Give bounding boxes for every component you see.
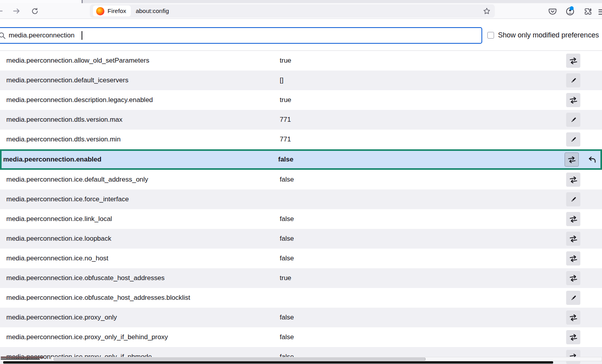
pref-name: media.peerconnection.dtls.version.max <box>6 116 280 124</box>
pref-name: media.peerconnection.description.legacy.… <box>6 96 280 104</box>
toggle-icon <box>569 235 578 243</box>
account-notification-dot <box>570 6 574 10</box>
pref-name: media.peerconnection.ice.obfuscate_host_… <box>6 294 280 302</box>
edit-icon <box>570 196 577 203</box>
browser-toolbar: Firefox about:config <box>0 3 602 19</box>
undo-icon <box>588 156 596 164</box>
pref-value: 771 <box>280 136 602 143</box>
url-bar[interactable]: Firefox about:config <box>90 4 495 18</box>
scrollbar-thumb[interactable] <box>54 358 425 360</box>
pref-name: media.peerconnection.ice.no_host <box>6 254 280 262</box>
pref-value: false <box>280 215 602 223</box>
pref-row[interactable]: media.peerconnection.ice.no_hostfalse <box>0 249 602 268</box>
pref-row-selected[interactable]: media.peerconnection.enabledfalse <box>0 149 602 170</box>
preferences-table: media.peerconnection.allow_old_setParame… <box>0 50 602 364</box>
pref-row[interactable]: media.peerconnection.ice.force_interface <box>0 189 602 209</box>
pref-value: false <box>278 156 600 163</box>
search-engine-name: Firefox <box>108 7 126 15</box>
back-icon[interactable] <box>0 6 4 16</box>
toggle-icon <box>568 156 576 164</box>
pref-row[interactable]: media.peerconnection.dtls.version.max771 <box>0 110 602 130</box>
toggle-button[interactable] <box>566 212 580 226</box>
edit-icon <box>570 77 577 84</box>
pref-row[interactable]: media.peerconnection.ice.default_address… <box>0 170 602 189</box>
tab-strip <box>0 0 602 3</box>
pref-row[interactable]: media.peerconnection.default_iceservers[… <box>0 71 602 90</box>
toggle-button[interactable] <box>566 54 580 68</box>
edit-button[interactable] <box>566 132 580 147</box>
pref-name: media.peerconnection.ice.link_local <box>6 215 280 223</box>
pref-value: true <box>280 96 602 104</box>
toggle-button[interactable] <box>566 232 580 246</box>
pref-value: [] <box>280 76 602 84</box>
status-bar-fragment <box>1 357 43 360</box>
bookmark-star-icon[interactable] <box>481 6 492 16</box>
toggle-button[interactable] <box>566 271 580 285</box>
pref-value: true <box>280 274 602 282</box>
edit-icon <box>570 295 577 301</box>
pref-row[interactable]: media.peerconnection.allow_old_setParame… <box>0 51 602 71</box>
toggle-button[interactable] <box>566 330 580 344</box>
pref-name: media.peerconnection.default_iceservers <box>6 76 280 84</box>
pref-name: media.peerconnection.ice.proxy_only_if_b… <box>6 333 280 341</box>
toggle-button[interactable] <box>566 310 580 325</box>
toggle-icon <box>569 274 578 282</box>
pref-name: media.peerconnection.enabled <box>3 156 278 163</box>
pref-row[interactable]: media.peerconnection.ice.obfuscate_host_… <box>0 268 602 288</box>
edit-button[interactable] <box>566 192 580 206</box>
taskbar-edge <box>3 361 553 364</box>
toggle-icon <box>569 254 578 263</box>
search-engine-chip[interactable]: Firefox <box>93 6 131 17</box>
pref-name: media.peerconnection.ice.default_address… <box>6 176 280 184</box>
edit-icon <box>570 117 577 123</box>
extensions-puzzle-icon[interactable] <box>583 6 593 17</box>
toggle-icon <box>569 333 578 342</box>
pref-row[interactable]: media.peerconnection.ice.link_localfalse <box>0 209 602 229</box>
edit-icon <box>570 136 577 143</box>
toggle-icon <box>569 57 578 65</box>
pref-row[interactable]: media.peerconnection.ice.loopbackfalse <box>0 229 602 249</box>
toggle-icon <box>569 215 578 223</box>
search-input[interactable] <box>9 28 474 43</box>
toggle-button[interactable] <box>566 173 580 187</box>
config-filter-bar: Show only modified preferences <box>0 19 602 50</box>
pref-name: media.peerconnection.ice.force_interface <box>6 195 280 203</box>
forward-icon[interactable] <box>12 6 21 16</box>
revert-button[interactable] <box>586 154 598 166</box>
pref-value: false <box>280 176 602 184</box>
tab-separator <box>82 0 83 3</box>
edit-button[interactable] <box>566 291 580 305</box>
pref-row[interactable]: media.peerconnection.description.legacy.… <box>0 90 602 110</box>
pref-name: media.peerconnection.dtls.version.min <box>6 136 280 143</box>
pref-value: false <box>280 235 602 243</box>
pocket-icon[interactable] <box>547 6 557 17</box>
pref-value: false <box>280 314 602 321</box>
show-only-modified-label[interactable]: Show only modified preferences <box>498 31 599 39</box>
menu-icon[interactable] <box>598 8 602 15</box>
horizontal-scrollbar[interactable] <box>51 357 602 361</box>
toggle-button[interactable] <box>565 152 579 167</box>
pref-value: false <box>280 254 602 262</box>
reload-icon[interactable] <box>30 6 39 16</box>
pref-row[interactable]: media.peerconnection.dtls.version.min771 <box>0 130 602 149</box>
pref-value: false <box>280 333 602 341</box>
toggle-icon <box>569 314 578 322</box>
show-only-modified-checkbox[interactable] <box>487 32 494 39</box>
pref-name: media.peerconnection.allow_old_setParame… <box>6 57 280 65</box>
url-text: about:config <box>136 7 169 15</box>
pref-name: media.peerconnection.ice.obfuscate_host_… <box>6 274 280 282</box>
pref-row[interactable]: media.peerconnection.ice.obfuscate_host_… <box>0 288 602 308</box>
toggle-button[interactable] <box>566 93 580 107</box>
pref-row[interactable]: media.peerconnection.ice.proxy_onlyfalse <box>0 308 602 327</box>
search-box <box>0 27 482 44</box>
search-icon <box>0 32 6 41</box>
toggle-icon <box>569 96 578 104</box>
firefox-logo <box>96 7 104 15</box>
pref-row[interactable]: media.peerconnection.ice.proxy_only_if_b… <box>0 327 602 347</box>
active-tab-slice <box>0 0 82 3</box>
edit-button[interactable] <box>566 73 580 87</box>
toggle-button[interactable] <box>566 251 580 266</box>
pref-name: media.peerconnection.ice.loopback <box>6 235 280 243</box>
pref-value: 771 <box>280 116 602 124</box>
edit-button[interactable] <box>566 113 580 127</box>
